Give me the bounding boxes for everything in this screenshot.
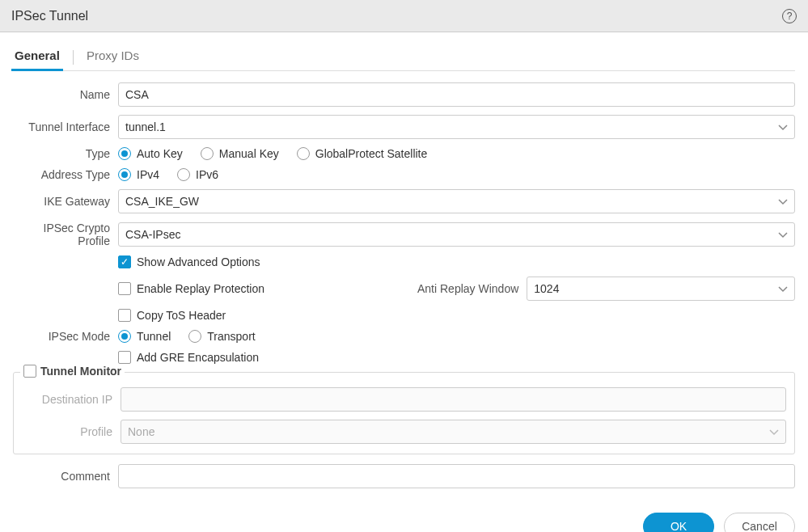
tunnel-monitor-fieldset: Tunnel Monitor Destination IP Profile No… [13,372,795,454]
ipsec-mode-radio-transport[interactable]: Transport [188,330,255,343]
radio-icon [118,168,131,181]
add-gre-encapsulation-label: Add GRE Encapsulation [137,351,259,364]
ike-gateway-value: CSA_IKE_GW [125,195,199,208]
ike-gateway-label: IKE Gateway [13,195,118,208]
type-radio-gp-satellite[interactable]: GlobalProtect Satellite [297,147,428,160]
type-radio-manual-key-label: Manual Key [219,147,279,160]
radio-icon [188,330,201,343]
tunnel-interface-value: tunnel.1 [125,120,166,133]
radio-icon [297,147,310,160]
tab-general[interactable]: General [13,44,61,70]
radio-icon [201,147,214,160]
profile-label: Profile [15,425,121,438]
radio-icon [118,330,131,343]
radio-icon [118,147,131,160]
comment-label: Comment [13,470,118,483]
dialog-titlebar: IPSec Tunnel ? [0,0,808,32]
tunnel-monitor-legend: Tunnel Monitor [20,365,125,378]
tunnel-monitor-checkbox[interactable] [23,365,36,378]
tunnel-interface-select[interactable]: tunnel.1 [118,115,795,139]
address-radio-ipv6[interactable]: IPv6 [177,168,218,181]
copy-tos-header-checkbox[interactable]: Copy ToS Header [118,309,226,322]
chevron-down-icon [778,285,788,293]
address-radio-ipv6-label: IPv6 [196,168,218,181]
chevron-down-icon [769,428,779,436]
ipsec-crypto-profile-label: IPSec Crypto Profile [13,222,118,247]
checkbox-icon [118,282,131,295]
address-type-label: Address Type [13,168,118,181]
add-gre-encapsulation-checkbox[interactable]: Add GRE Encapsulation [118,351,259,364]
help-icon[interactable]: ? [782,9,797,23]
enable-replay-protection-label: Enable Replay Protection [137,282,264,295]
type-radio-auto-key[interactable]: Auto Key [118,147,183,160]
profile-value: None [128,425,154,438]
checkbox-icon [118,309,131,322]
address-radio-ipv4[interactable]: IPv4 [118,168,159,181]
checkbox-icon [23,365,36,378]
anti-replay-window-label: Anti Replay Window [417,282,527,295]
ike-gateway-select[interactable]: CSA_IKE_GW [118,189,795,213]
type-label: Type [13,147,118,160]
name-label: Name [13,88,118,101]
destination-ip-input [121,387,786,412]
radio-icon [177,168,190,181]
chevron-down-icon [778,230,788,239]
ipsec-mode-label: IPSec Mode [13,330,118,343]
type-radio-auto-key-label: Auto Key [137,147,183,160]
chevron-down-icon [778,197,788,205]
type-radio-manual-key[interactable]: Manual Key [201,147,279,160]
address-radio-ipv4-label: IPv4 [137,168,159,181]
destination-ip-label: Destination IP [15,393,121,406]
chevron-down-icon [778,123,788,131]
checkbox-icon [118,255,131,268]
ok-button[interactable]: OK [643,513,714,532]
copy-tos-header-label: Copy ToS Header [137,309,226,322]
ipsec-mode-tunnel-label: Tunnel [137,330,171,343]
anti-replay-window-value: 1024 [534,282,559,295]
tunnel-interface-label: Tunnel Interface [13,120,118,133]
enable-replay-protection-checkbox[interactable]: Enable Replay Protection [118,282,385,295]
tunnel-monitor-legend-label: Tunnel Monitor [40,365,121,378]
anti-replay-window-select[interactable]: 1024 [527,277,795,301]
checkbox-icon [118,351,131,364]
name-input[interactable] [118,82,795,107]
comment-input[interactable] [118,464,795,488]
tab-bar: General Proxy IDs [13,44,795,71]
tab-separator [73,50,74,65]
tab-proxy-ids[interactable]: Proxy IDs [85,44,141,70]
ok-button-label: OK [671,520,687,532]
dialog-title: IPSec Tunnel [11,9,88,23]
ipsec-crypto-profile-value: CSA-IPsec [125,228,180,241]
show-advanced-options-checkbox[interactable]: Show Advanced Options [118,255,260,268]
ipsec-crypto-profile-select[interactable]: CSA-IPsec [118,222,795,247]
cancel-button-label: Cancel [742,520,777,532]
profile-select: None [121,420,786,444]
type-radio-gp-satellite-label: GlobalProtect Satellite [315,147,428,160]
cancel-button[interactable]: Cancel [724,513,795,532]
ipsec-mode-radio-tunnel[interactable]: Tunnel [118,330,171,343]
ipsec-mode-transport-label: Transport [207,330,255,343]
show-advanced-options-label: Show Advanced Options [137,255,260,268]
